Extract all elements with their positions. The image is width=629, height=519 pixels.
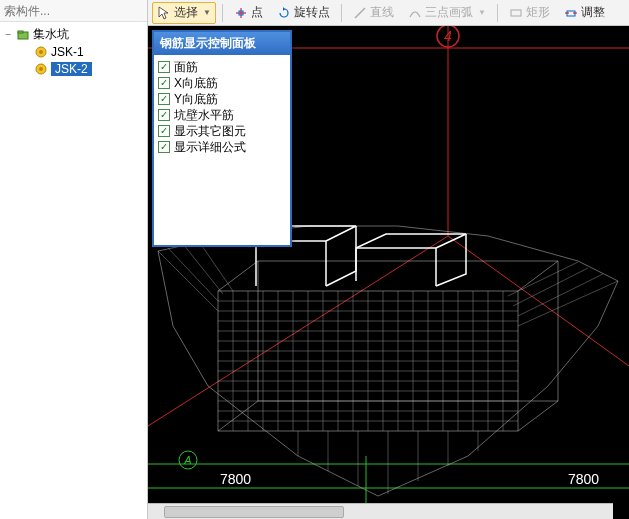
- checkbox-row[interactable]: ✓ 显示详细公式: [158, 139, 286, 155]
- node-icon: [34, 63, 48, 75]
- dimension-right: 7800: [568, 471, 599, 487]
- checkbox-row[interactable]: ✓ 坑壁水平筋: [158, 107, 286, 123]
- tree-item-label: JSK-1: [51, 45, 84, 59]
- arc3-button[interactable]: 三点画弧 ▼: [403, 2, 491, 24]
- collapse-icon[interactable]: −: [4, 29, 13, 40]
- checkbox-icon[interactable]: ✓: [158, 77, 170, 89]
- arc3-label: 三点画弧: [425, 4, 473, 21]
- svg-line-11: [355, 8, 365, 18]
- rebar-panel-body: ✓ 面筋 ✓ X向底筋 ✓ Y向底筋 ✓ 坑壁水平筋 ✓ 显示其它图元 ✓ 显示…: [154, 55, 290, 245]
- svg-line-26: [218, 261, 258, 291]
- checkbox-row[interactable]: ✓ 面筋: [158, 59, 286, 75]
- checkbox-icon[interactable]: ✓: [158, 61, 170, 73]
- checkbox-icon[interactable]: ✓: [158, 93, 170, 105]
- svg-line-64: [168, 248, 218, 301]
- chevron-down-icon[interactable]: ▼: [478, 8, 486, 17]
- checkbox-row[interactable]: ✓ Y向底筋: [158, 91, 286, 107]
- chevron-down-icon[interactable]: ▼: [203, 8, 211, 17]
- tree-item-jsk2[interactable]: JSK-2: [4, 60, 147, 77]
- svg-line-29: [518, 401, 558, 431]
- line-button[interactable]: 直线: [348, 2, 399, 24]
- tree-root[interactable]: − 集水坑: [4, 26, 147, 43]
- tree-item-jsk1[interactable]: JSK-1: [4, 43, 147, 60]
- checkbox-icon[interactable]: ✓: [158, 125, 170, 137]
- toolbar-separator: [222, 4, 223, 22]
- arc-icon: [408, 6, 422, 20]
- horizontal-scrollbar[interactable]: [148, 503, 613, 519]
- svg-line-65: [183, 244, 223, 294]
- svg-point-7: [39, 67, 43, 71]
- svg-line-67: [518, 281, 618, 326]
- tree-item-label-selected: JSK-2: [51, 62, 92, 76]
- scrollbar-thumb[interactable]: [164, 506, 344, 518]
- cursor-icon: [157, 6, 171, 20]
- point-button[interactable]: 点: [229, 2, 268, 24]
- component-tree: − 集水坑 JSK-1 JSK-2: [0, 22, 147, 77]
- adjust-icon: [564, 6, 578, 20]
- checkbox-row[interactable]: ✓ 显示其它图元: [158, 123, 286, 139]
- draw-toolbar: 选择 ▼ 点 旋转点 直线 三点画弧 ▼ 矩形: [148, 0, 629, 26]
- svg-rect-3: [18, 31, 23, 33]
- rebar-display-panel[interactable]: 钢筋显示控制面板 ✓ 面筋 ✓ X向底筋 ✓ Y向底筋 ✓ 坑壁水平筋 ✓ 显示…: [152, 30, 292, 247]
- checkbox-label: 面筋: [174, 59, 198, 76]
- toolbar-separator: [341, 4, 342, 22]
- search-input[interactable]: [0, 4, 158, 18]
- node-icon: [34, 46, 48, 58]
- line-icon: [353, 6, 367, 20]
- rect-icon: [509, 6, 523, 20]
- checkbox-label: 显示详细公式: [174, 139, 246, 156]
- select-button[interactable]: 选择 ▼: [152, 2, 216, 24]
- axis-marker-label: 4: [444, 28, 452, 44]
- checkbox-icon[interactable]: ✓: [158, 109, 170, 121]
- line-label: 直线: [370, 4, 394, 21]
- select-label: 选择: [174, 4, 198, 21]
- rotate-icon: [277, 6, 291, 20]
- component-tree-panel: ▾ − 集水坑 JSK-1 JSK-2: [0, 0, 148, 519]
- checkbox-label: X向底筋: [174, 75, 218, 92]
- checkbox-icon[interactable]: ✓: [158, 141, 170, 153]
- rect-label: 矩形: [526, 4, 550, 21]
- rotate-point-button[interactable]: 旋转点: [272, 2, 335, 24]
- svg-rect-12: [511, 10, 521, 16]
- tree-root-label: 集水坑: [33, 26, 69, 43]
- checkbox-row[interactable]: ✓ X向底筋: [158, 75, 286, 91]
- svg-line-66: [198, 240, 233, 291]
- checkbox-label: Y向底筋: [174, 91, 218, 108]
- checkbox-label: 坑壁水平筋: [174, 107, 234, 124]
- svg-point-5: [39, 50, 43, 54]
- checkbox-label: 显示其它图元: [174, 123, 246, 140]
- search-row: ▾: [0, 0, 147, 22]
- rotate-point-label: 旋转点: [294, 4, 330, 21]
- point-label: 点: [251, 4, 263, 21]
- rebar-panel-title[interactable]: 钢筋显示控制面板: [154, 32, 290, 55]
- point-a-label: A: [183, 454, 191, 466]
- cross-icon: [234, 6, 248, 20]
- folder-icon: [16, 29, 30, 41]
- adjust-label: 调整: [581, 4, 605, 21]
- toolbar-separator: [497, 4, 498, 22]
- svg-line-28: [218, 401, 258, 431]
- dimension-left: 7800: [220, 471, 251, 487]
- adjust-button[interactable]: 调整: [559, 2, 610, 24]
- svg-line-63: [158, 251, 218, 311]
- rect-button[interactable]: 矩形: [504, 2, 555, 24]
